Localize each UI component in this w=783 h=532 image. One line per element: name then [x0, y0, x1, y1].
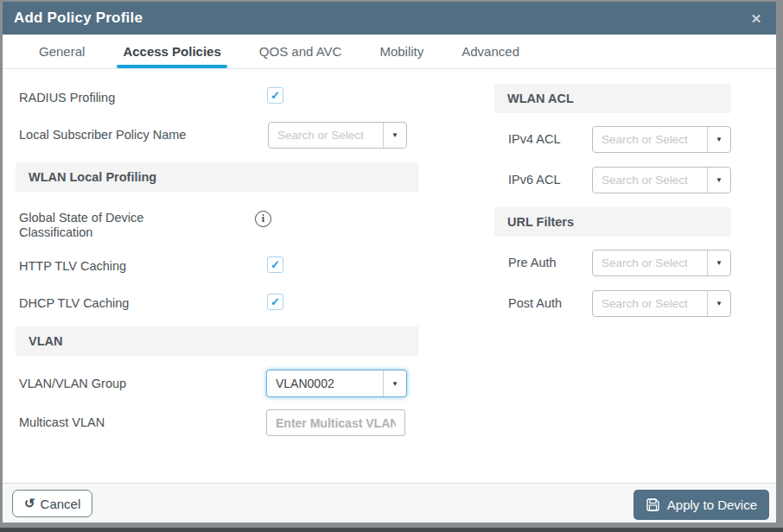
apply-button-label: Apply to Device [667, 497, 757, 512]
dropdown-arrow-button[interactable]: ▼ [383, 370, 406, 396]
apply-to-device-button[interactable]: Apply to Device [633, 490, 769, 520]
radius-profiling-checkbox[interactable]: ✓ [267, 87, 283, 104]
vlan-vlan-group-label: VLAN/VLAN Group [19, 377, 126, 391]
http-tlv-caching-label: HTTP TLV Caching [19, 259, 126, 274]
post-auth-label: Post Auth [508, 296, 562, 311]
wlan-acl-section-header: WLAN ACL [494, 84, 731, 113]
check-icon: ✓ [271, 258, 280, 271]
local-subscriber-policy-name-label: Local Subscriber Policy Name [19, 128, 186, 142]
url-filters-header-label: URL Filters [507, 215, 574, 229]
ipv6-acl-input[interactable] [593, 168, 707, 193]
dhcp-tlv-caching-checkbox[interactable]: ✓ [267, 294, 283, 310]
dropdown-arrow-button[interactable]: ▼ [707, 127, 730, 152]
vlan-section-header: VLAN [16, 326, 418, 356]
global-state-label-line2: Classification [19, 225, 92, 239]
dropdown-arrow-button[interactable]: ▼ [707, 250, 730, 276]
pre-auth-select[interactable]: ▼ [592, 250, 731, 276]
chevron-down-icon: ▼ [716, 136, 723, 143]
dropdown-arrow-button[interactable]: ▼ [383, 123, 406, 148]
add-policy-profile-dialog: Add Policy Profile ✕ General Access Poli… [3, 2, 776, 522]
dropdown-arrow-button[interactable]: ▼ [707, 291, 730, 316]
pre-auth-input[interactable] [593, 250, 707, 276]
dialog-titlebar: Add Policy Profile ✕ [3, 2, 776, 35]
tab-advanced[interactable]: Advanced [455, 35, 525, 68]
chevron-down-icon: ▼ [392, 380, 398, 388]
cancel-button-label: Cancel [41, 497, 81, 511]
radius-profiling-label: RADIUS Profiling [19, 91, 115, 105]
dropdown-arrow-button[interactable]: ▼ [707, 168, 730, 193]
multicast-vlan-label: Multicast VLAN [19, 415, 105, 430]
close-icon[interactable]: ✕ [747, 10, 766, 28]
wlan-acl-header-label: WLAN ACL [507, 92, 574, 105]
http-tlv-caching-checkbox[interactable]: ✓ [267, 256, 283, 273]
local-subscriber-policy-select[interactable]: ▼ [268, 122, 407, 149]
dialog-content: RADIUS Profiling ✓ Local Subscriber Poli… [3, 70, 776, 483]
ipv4-acl-label: IPv4 ACL [508, 132, 560, 147]
save-icon [646, 497, 660, 512]
ipv4-acl-input[interactable] [593, 127, 707, 152]
vlan-vlan-group-input[interactable] [267, 370, 383, 396]
tab-bar: General Access Policies QOS and AVC Mobi… [3, 35, 776, 69]
dhcp-tlv-caching-label: DHCP TLV Caching [19, 296, 129, 311]
url-filters-section-header: URL Filters [494, 207, 731, 237]
tab-mobility[interactable]: Mobility [373, 35, 430, 68]
tab-access-policies[interactable]: Access Policies [117, 35, 226, 68]
info-icon[interactable]: i [255, 211, 271, 227]
global-state-label: Global State of Device Classification [19, 211, 143, 240]
local-subscriber-policy-input[interactable] [269, 123, 383, 148]
wlan-local-profiling-section-header: WLAN Local Profiling [16, 162, 418, 192]
chevron-down-icon: ▼ [716, 176, 723, 184]
cancel-button[interactable]: ↺ Cancel [12, 490, 92, 517]
vlan-header-label: VLAN [29, 334, 62, 348]
vlan-vlan-group-select[interactable]: ▼ [266, 370, 407, 397]
dialog-footer: ↺ Cancel Apply to Device [3, 483, 776, 522]
ipv4-acl-select[interactable]: ▼ [592, 126, 731, 153]
tab-general[interactable]: General [33, 35, 91, 68]
check-icon: ✓ [271, 89, 280, 102]
post-auth-input[interactable] [593, 291, 707, 316]
global-state-label-line1: Global State of Device [19, 211, 143, 225]
pre-auth-label: Pre Auth [508, 256, 557, 270]
dialog-title: Add Policy Profile [3, 10, 143, 27]
ipv6-acl-select[interactable]: ▼ [592, 167, 731, 193]
chevron-down-icon: ▼ [716, 300, 723, 307]
chevron-down-icon: ▼ [392, 131, 398, 139]
tab-qos-and-avc[interactable]: QOS and AVC [253, 35, 348, 68]
bottom-edge-strip [0, 528, 783, 532]
undo-icon: ↺ [24, 496, 35, 511]
multicast-vlan-input[interactable] [266, 409, 405, 436]
chevron-down-icon: ▼ [716, 259, 723, 267]
check-icon: ✓ [271, 295, 280, 308]
ipv6-acl-label: IPv6 ACL [508, 173, 560, 187]
post-auth-select[interactable]: ▼ [592, 290, 731, 317]
wlan-local-profiling-header-label: WLAN Local Profiling [29, 170, 156, 184]
